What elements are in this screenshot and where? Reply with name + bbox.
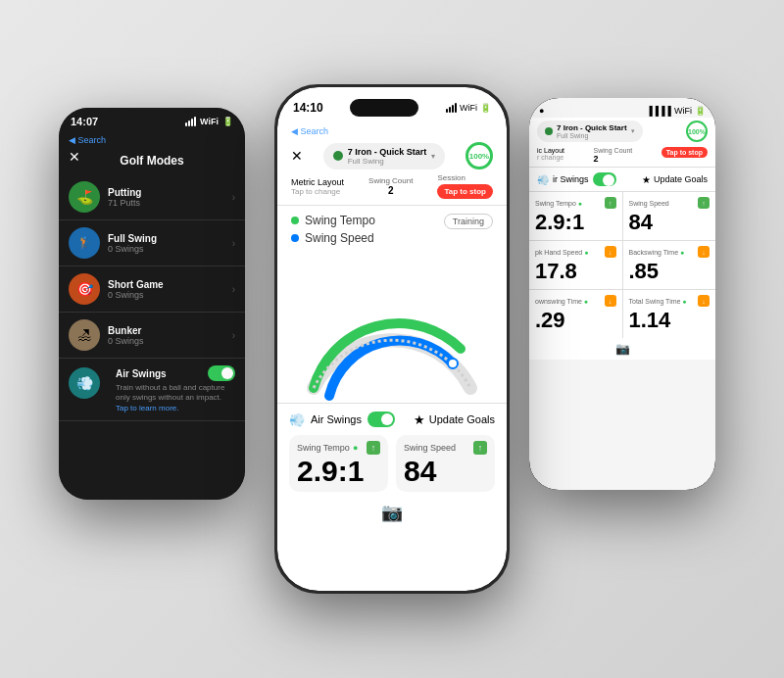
center-dynamic-island	[350, 99, 418, 117]
center-air-toggle[interactable]	[368, 412, 395, 427]
center-session-col: Session Tap to stop	[437, 173, 493, 199]
left-time: 14:07	[71, 116, 98, 127]
center-card-speed-title: Swing Speed	[404, 443, 456, 453]
center-club-text: 7 Iron - Quick Start Full Swing	[348, 147, 427, 166]
right-cell-0-arrow: ↑	[605, 197, 616, 209]
right-update-goals[interactable]: ★ Update Goals	[642, 174, 708, 185]
center-screen: 14:10 WiFi 🔋 ◀ Search ✕	[277, 87, 507, 591]
putting-icon: ⛳	[69, 181, 100, 213]
right-tap-change: r change	[537, 154, 564, 161]
right-swingcount-col: Swing Count 2	[594, 147, 633, 164]
center-air-goals-row: 💨 Air Swings ★ Update Goals	[289, 412, 495, 427]
bunker-chevron: ›	[232, 330, 235, 341]
tempo-arrow-up-icon: ↑	[367, 441, 380, 455]
shortgame-icon: 🎯	[69, 273, 100, 305]
center-training-badge[interactable]: Training	[444, 214, 493, 229]
mode-shortgame[interactable]: 🎯 Short Game 0 Swings ›	[59, 266, 245, 313]
right-cell-4: ownswing Time ● ↓ .29	[529, 290, 622, 338]
mode-fullswing[interactable]: 🏌 Full Swing 0 Swings ›	[59, 220, 245, 266]
right-cell-4-arrow: ↓	[605, 295, 616, 307]
bunker-text: Bunker 0 Swings	[108, 325, 232, 346]
center-air-icon: 💨	[289, 412, 305, 427]
airswings-name: Air Swings	[116, 368, 167, 379]
center-card-tempo-title: Swing Tempo ●	[297, 443, 358, 453]
right-tap-to-stop[interactable]: Tap to stop	[662, 147, 708, 158]
center-air-label: Air Swings	[311, 413, 362, 425]
airswings-desc: Train without a ball and capture only sw…	[116, 383, 235, 413]
airswings-tap-link[interactable]: Tap to learn more.	[116, 404, 178, 412]
center-back-row: ◀ Search	[277, 121, 507, 140]
center-signal	[446, 103, 457, 113]
right-star-icon: ★	[642, 174, 651, 185]
center-card-tempo-header: Swing Tempo ● ↑	[297, 441, 380, 455]
battery-icon-left: 🔋	[222, 117, 233, 126]
close-btn-left[interactable]: ✕	[69, 149, 80, 165]
center-battery-icon: 🔋	[480, 103, 491, 113]
right-metric-grid: Swing Tempo ● ↑ 2.9:1 Swing Speed ↑ 84 p…	[529, 192, 715, 338]
center-tap-change: Tap to change	[291, 187, 344, 196]
right-air-icon: 💨	[537, 174, 549, 185]
center-star-icon: ★	[414, 412, 425, 427]
right-air-toggle[interactable]	[593, 172, 616, 186]
right-air-label: ir Swings	[553, 174, 589, 184]
right-cell-3-name: Backswing Time ●	[629, 249, 685, 256]
right-metric-layout-label: ic Layout	[537, 147, 564, 154]
right-cell-4-name: ownswing Time ●	[535, 298, 588, 305]
mode-airswings: 💨 Air Swings Train without a ball and ca…	[59, 359, 245, 421]
right-cell-2-value: 17.8	[535, 259, 616, 284]
right-camera: 📷	[529, 338, 715, 360]
center-progress-circle: 100%	[466, 142, 493, 170]
right-cell-1-arrow: ↑	[698, 197, 710, 209]
center-club-selector[interactable]: 7 Iron - Quick Start Full Swing ▾	[323, 143, 446, 170]
center-card-tempo: Swing Tempo ● ↑ 2.9:1	[289, 435, 388, 492]
center-speed-label: Swing Speed	[305, 231, 374, 245]
fullswing-chevron: ›	[232, 238, 235, 249]
center-wifi-icon: WiFi	[460, 103, 477, 113]
speed-dot-icon	[291, 234, 299, 242]
center-camera-icon[interactable]: 📷	[381, 502, 403, 523]
center-update-goals[interactable]: ★ Update Goals	[414, 412, 495, 427]
center-card-speed: Swing Speed ↑ 84	[396, 435, 495, 492]
shortgame-chevron: ›	[232, 284, 235, 295]
right-screen: ● ▐▐▐▐ WiFi 🔋 7 Iron - Quick Start Full …	[529, 98, 715, 490]
right-coords: ●	[539, 106, 544, 116]
center-air-swings-left: 💨 Air Swings	[289, 412, 395, 427]
center-card-tempo-value: 2.9:1	[297, 457, 380, 486]
right-club-name: 7 Iron - Quick Start	[557, 123, 627, 132]
airswings-toggle[interactable]	[208, 365, 235, 381]
signal-bars-left	[185, 117, 196, 126]
center-metric-layout-col[interactable]: Metric Layout Tap to change	[291, 177, 344, 196]
right-camera-icon: 📷	[615, 342, 630, 356]
bunker-icon: 🏖	[69, 319, 100, 351]
right-club-dot	[545, 127, 553, 135]
center-back-search[interactable]: ◀ Search	[291, 126, 328, 136]
right-cell-1-name: Swing Speed	[629, 200, 669, 207]
right-air-row: 💨 ir Swings ★ Update Goals	[529, 168, 715, 192]
right-cell-5-value: 1.14	[629, 308, 710, 333]
mode-bunker[interactable]: 🏖 Bunker 0 Swings ›	[59, 313, 245, 359]
center-club-row: ✕ 7 Iron - Quick Start Full Swing ▾ 100%	[277, 140, 507, 173]
mode-putting[interactable]: ⛳ Putting 71 Putts ›	[59, 174, 245, 220]
right-club-info: 7 Iron - Quick Start Full Swing	[557, 123, 627, 139]
right-cell-5: Total Swing Time ● ↓ 1.14	[623, 290, 716, 338]
center-tap-to-stop[interactable]: Tap to stop	[437, 184, 493, 199]
right-club-sub: Full Swing	[557, 132, 627, 139]
right-metrics-bar: ic Layout r change Swing Count 2 Tap to …	[529, 145, 715, 168]
center-close-btn[interactable]: ✕	[291, 148, 303, 164]
left-phone: 14:07 WiFi 🔋 ◀ Search ✕ Golf Modes	[59, 108, 245, 500]
right-cell-2-name: pk Hand Speed ●	[535, 249, 588, 256]
center-tempo-label: Swing Tempo	[305, 214, 375, 227]
bunker-count: 0 Swings	[108, 336, 232, 346]
back-search-left[interactable]: ◀ Search	[69, 135, 106, 145]
right-cell-3-arrow: ↓	[698, 246, 710, 258]
center-swingcount-value: 2	[368, 185, 413, 196]
right-club-selector[interactable]: 7 Iron - Quick Start Full Swing ▾	[537, 121, 643, 142]
right-cell-0-name: Swing Tempo ●	[535, 200, 582, 207]
tempo-green-dot-icon: ●	[353, 443, 358, 453]
center-bottom-section: 💨 Air Swings ★ Update Goals Swing Tempo	[277, 403, 507, 496]
speed-arrow-up-icon: ↑	[473, 441, 487, 455]
fullswing-name: Full Swing	[108, 233, 232, 244]
right-metric-layout-col: ic Layout r change	[537, 147, 564, 164]
left-screen: 14:07 WiFi 🔋 ◀ Search ✕ Golf Modes	[59, 108, 245, 500]
center-club-dot	[333, 151, 343, 161]
